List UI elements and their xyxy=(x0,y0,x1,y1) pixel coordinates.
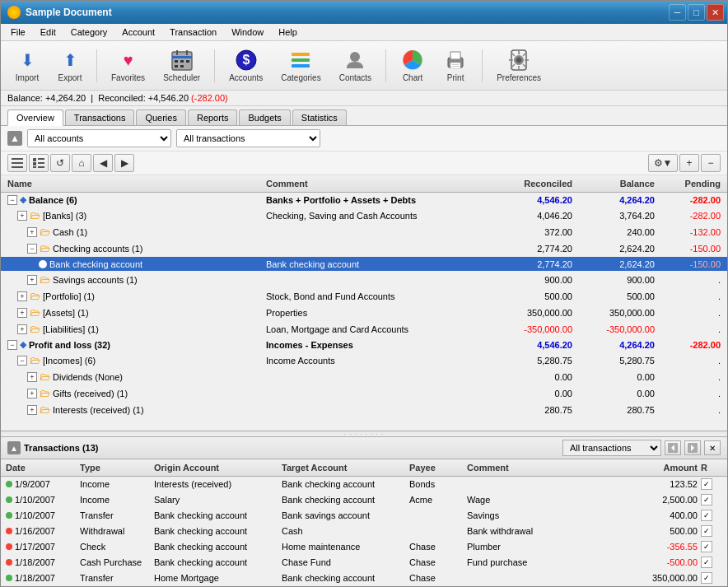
table-row[interactable]: − 🗁 [Incomes] (6) Income Accounts 5,280.… xyxy=(1,352,727,369)
reconcile-checkbox[interactable]: ✓ xyxy=(701,510,712,521)
table-row[interactable]: + 🗁 Gifts (received) (1) 0.00 0.00 . xyxy=(1,385,727,402)
trans-row[interactable]: 1/9/2007 Income Interests (received) Ban… xyxy=(1,477,727,492)
tab-queries[interactable]: Queries xyxy=(136,109,186,125)
table-row[interactable]: − ◆ Balance (6) Banks + Portfolio + Asse… xyxy=(1,193,727,207)
row-name-cell: + 🗁 [Banks] (3) xyxy=(4,208,263,222)
remove-button[interactable]: − xyxy=(701,154,721,172)
minimize-button[interactable]: ─ xyxy=(669,4,686,21)
reconcile-checkbox[interactable]: ✓ xyxy=(701,557,712,568)
import-button[interactable]: ⬇ Import xyxy=(7,44,47,86)
expand-icon[interactable]: + xyxy=(27,227,37,237)
refresh-button[interactable]: ↺ xyxy=(50,154,70,172)
trans-action-btn-3[interactable]: ✕ xyxy=(704,440,721,455)
expand-icon[interactable]: + xyxy=(17,324,27,334)
svg-rect-35 xyxy=(12,166,23,168)
table-row[interactable]: + 🗁 [Banks] (3) Checking, Saving and Cas… xyxy=(1,207,727,224)
trans-date: 1/10/2007 xyxy=(4,510,78,521)
settings-button[interactable]: ⚙▼ xyxy=(648,154,678,172)
tab-budgets[interactable]: Budgets xyxy=(239,109,290,125)
reconciled-diff: (-282.00) xyxy=(191,93,228,103)
trans-row[interactable]: 1/16/2007 Withdrawal Bank checking accou… xyxy=(1,524,727,539)
expand-icon[interactable]: + xyxy=(17,308,27,318)
trans-action-btn-2[interactable] xyxy=(684,440,701,455)
table-row[interactable]: + 🗁 [Portfolio] (1) Stock, Bond and Fund… xyxy=(1,288,727,305)
print-button[interactable]: Print xyxy=(436,44,475,86)
expand-icon[interactable]: − xyxy=(7,195,17,205)
table-row[interactable]: + 🗁 [Liabilities] (1) Loan, Mortgage and… xyxy=(1,321,727,338)
trans-row[interactable]: 1/10/2007 Transfer Bank checking account… xyxy=(1,508,727,524)
expand-icon[interactable]: − xyxy=(27,244,37,254)
trans-row[interactable]: 1/18/2007 Cash Purchase Bank checking ac… xyxy=(1,555,727,571)
row-name-cell: + 🗁 Interests (received) (1) xyxy=(4,403,263,417)
table-row-selected[interactable]: Bank checking account Bank checking acco… xyxy=(1,257,727,272)
back-button[interactable]: ◀ xyxy=(93,154,113,172)
table-row[interactable]: + 🗁 Cash (1) 372.00 240.00 -132.00 xyxy=(1,224,727,240)
table-row[interactable]: + 🗁 [Assets] (1) Properties 350,000.00 3… xyxy=(1,305,727,321)
home-button[interactable]: ⌂ xyxy=(72,154,91,172)
menu-file[interactable]: File xyxy=(4,26,32,39)
expand-icon[interactable]: + xyxy=(17,291,27,301)
preferences-button[interactable]: Preferences xyxy=(489,44,548,86)
scheduler-button[interactable]: Scheduler xyxy=(156,44,208,86)
trans-action-btn-1[interactable] xyxy=(665,440,681,455)
detail-view-button[interactable] xyxy=(29,154,49,172)
reconcile-checkbox[interactable]: ✓ xyxy=(701,541,712,552)
scheduler-label: Scheduler xyxy=(163,73,200,82)
splitter[interactable]: · · · · · · · · xyxy=(1,431,727,437)
favorites-button[interactable]: ♥ Favorites xyxy=(104,44,152,86)
menu-help[interactable]: Help xyxy=(272,26,304,39)
svg-rect-13 xyxy=(292,64,310,68)
row-name-cell: + 🗁 [Portfolio] (1) xyxy=(4,289,263,303)
expand-icon[interactable]: + xyxy=(27,405,37,415)
expand-icon[interactable]: + xyxy=(27,275,37,285)
table-row[interactable]: + 🗁 Dividends (None) 0.00 0.00 . xyxy=(1,369,727,385)
list-view-button[interactable] xyxy=(7,154,27,172)
trans-col-amount: Amount xyxy=(633,461,699,474)
transaction-filter-select[interactable]: All transactions Reconciled Unreconciled xyxy=(176,129,320,147)
menu-category[interactable]: Category xyxy=(64,26,114,39)
filter-expand-icon: ▲ xyxy=(7,131,22,146)
trans-date-val: 1/18/2007 xyxy=(15,573,55,583)
trans-date: 1/9/2007 xyxy=(4,478,78,490)
tab-overview[interactable]: Overview xyxy=(7,109,63,126)
menu-account[interactable]: Account xyxy=(115,26,161,39)
table-row[interactable]: + 🗁 Savings accounts (1) 900.00 900.00 . xyxy=(1,272,727,288)
reconcile-checkbox[interactable]: ✓ xyxy=(701,525,712,537)
expand-icon[interactable]: + xyxy=(17,211,27,221)
table-row[interactable]: + 🗁 Interests (received) (1) 280.75 280.… xyxy=(1,402,727,418)
add-button[interactable]: + xyxy=(679,154,699,172)
expand-icon[interactable]: − xyxy=(17,356,27,366)
trans-table-body: 1/9/2007 Income Interests (received) Ban… xyxy=(1,477,727,586)
menu-edit[interactable]: Edit xyxy=(34,26,63,39)
export-button[interactable]: ⬆ Export xyxy=(50,44,90,86)
reconcile-checkbox[interactable]: ✓ xyxy=(701,478,712,490)
categories-button[interactable]: Categories xyxy=(273,44,328,86)
trans-row[interactable]: 1/18/2007 Transfer Home Mortgage Bank ch… xyxy=(1,571,727,586)
menu-transaction[interactable]: Transaction xyxy=(163,26,223,39)
reconcile-checkbox[interactable]: ✓ xyxy=(701,572,712,584)
forward-button[interactable]: ▶ xyxy=(114,154,134,172)
account-filter-select[interactable]: All accounts Bank accounts Savings accou… xyxy=(27,129,171,147)
expand-icon[interactable]: + xyxy=(27,372,37,382)
svg-rect-4 xyxy=(175,60,178,63)
chart-button[interactable]: Chart xyxy=(393,44,432,86)
accounts-button[interactable]: $ Accounts xyxy=(222,44,270,86)
tab-transactions[interactable]: Transactions xyxy=(65,109,135,125)
tab-reports[interactable]: Reports xyxy=(188,109,238,125)
account-name: Dividends (None) xyxy=(53,372,123,382)
table-row[interactable]: − ◆ Profit and loss (32) Incomes - Expen… xyxy=(1,338,727,352)
reconcile-checkbox[interactable]: ✓ xyxy=(701,494,712,505)
trans-filter-select[interactable]: All transactions Reconciled xyxy=(562,440,661,456)
contacts-button[interactable]: Contacts xyxy=(332,44,379,86)
expand-icon[interactable]: − xyxy=(7,340,17,350)
trans-row[interactable]: 1/17/2007 Check Bank checking account Ho… xyxy=(1,539,727,555)
expand-icon[interactable]: + xyxy=(27,389,37,398)
col-balance: Balance xyxy=(576,177,658,190)
tab-statistics[interactable]: Statistics xyxy=(292,109,347,125)
svg-rect-33 xyxy=(12,158,23,160)
trans-row[interactable]: 1/10/2007 Income Salary Bank checking ac… xyxy=(1,492,727,508)
table-row[interactable]: − 🗁 Checking accounts (1) 2,774.20 2,624… xyxy=(1,240,727,257)
maximize-button[interactable]: □ xyxy=(688,4,705,21)
menu-window[interactable]: Window xyxy=(225,26,270,39)
close-button[interactable]: ✕ xyxy=(707,4,724,21)
